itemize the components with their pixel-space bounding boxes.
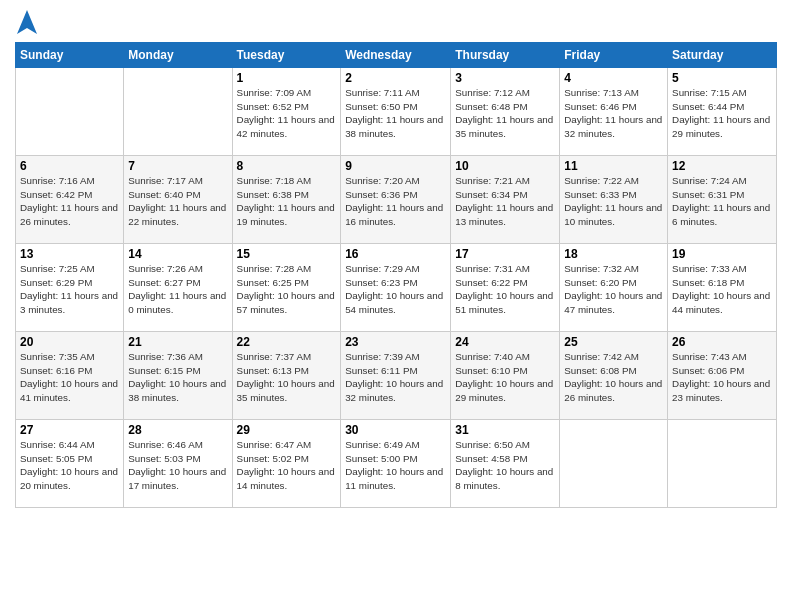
day-info: Sunrise: 6:47 AM Sunset: 5:02 PM Dayligh…	[237, 438, 337, 493]
week-row-3: 13Sunrise: 7:25 AM Sunset: 6:29 PM Dayli…	[16, 244, 777, 332]
calendar-cell: 31Sunrise: 6:50 AM Sunset: 4:58 PM Dayli…	[451, 420, 560, 508]
svg-marker-0	[17, 10, 37, 34]
day-info: Sunrise: 7:21 AM Sunset: 6:34 PM Dayligh…	[455, 174, 555, 229]
day-number: 25	[564, 335, 663, 349]
day-info: Sunrise: 6:44 AM Sunset: 5:05 PM Dayligh…	[20, 438, 119, 493]
day-number: 20	[20, 335, 119, 349]
calendar-cell: 16Sunrise: 7:29 AM Sunset: 6:23 PM Dayli…	[341, 244, 451, 332]
page: SundayMondayTuesdayWednesdayThursdayFrid…	[0, 0, 792, 612]
calendar-cell	[668, 420, 777, 508]
calendar-cell	[16, 68, 124, 156]
day-number: 23	[345, 335, 446, 349]
calendar-cell: 2Sunrise: 7:11 AM Sunset: 6:50 PM Daylig…	[341, 68, 451, 156]
calendar-cell: 23Sunrise: 7:39 AM Sunset: 6:11 PM Dayli…	[341, 332, 451, 420]
day-header-friday: Friday	[560, 43, 668, 68]
day-info: Sunrise: 7:29 AM Sunset: 6:23 PM Dayligh…	[345, 262, 446, 317]
day-number: 1	[237, 71, 337, 85]
day-header-sunday: Sunday	[16, 43, 124, 68]
day-number: 14	[128, 247, 227, 261]
day-info: Sunrise: 7:42 AM Sunset: 6:08 PM Dayligh…	[564, 350, 663, 405]
week-row-4: 20Sunrise: 7:35 AM Sunset: 6:16 PM Dayli…	[16, 332, 777, 420]
day-info: Sunrise: 7:37 AM Sunset: 6:13 PM Dayligh…	[237, 350, 337, 405]
calendar-cell: 11Sunrise: 7:22 AM Sunset: 6:33 PM Dayli…	[560, 156, 668, 244]
calendar-cell: 13Sunrise: 7:25 AM Sunset: 6:29 PM Dayli…	[16, 244, 124, 332]
day-number: 29	[237, 423, 337, 437]
day-info: Sunrise: 7:15 AM Sunset: 6:44 PM Dayligh…	[672, 86, 772, 141]
calendar-cell: 22Sunrise: 7:37 AM Sunset: 6:13 PM Dayli…	[232, 332, 341, 420]
calendar-cell: 8Sunrise: 7:18 AM Sunset: 6:38 PM Daylig…	[232, 156, 341, 244]
day-number: 21	[128, 335, 227, 349]
day-number: 16	[345, 247, 446, 261]
calendar-cell: 29Sunrise: 6:47 AM Sunset: 5:02 PM Dayli…	[232, 420, 341, 508]
day-info: Sunrise: 7:33 AM Sunset: 6:18 PM Dayligh…	[672, 262, 772, 317]
day-number: 26	[672, 335, 772, 349]
calendar-header: SundayMondayTuesdayWednesdayThursdayFrid…	[16, 43, 777, 68]
day-info: Sunrise: 7:09 AM Sunset: 6:52 PM Dayligh…	[237, 86, 337, 141]
day-info: Sunrise: 7:35 AM Sunset: 6:16 PM Dayligh…	[20, 350, 119, 405]
day-info: Sunrise: 7:22 AM Sunset: 6:33 PM Dayligh…	[564, 174, 663, 229]
day-header-thursday: Thursday	[451, 43, 560, 68]
day-number: 30	[345, 423, 446, 437]
week-row-1: 1Sunrise: 7:09 AM Sunset: 6:52 PM Daylig…	[16, 68, 777, 156]
calendar-cell: 18Sunrise: 7:32 AM Sunset: 6:20 PM Dayli…	[560, 244, 668, 332]
calendar-cell	[124, 68, 232, 156]
day-number: 17	[455, 247, 555, 261]
header-row: SundayMondayTuesdayWednesdayThursdayFrid…	[16, 43, 777, 68]
calendar-cell: 28Sunrise: 6:46 AM Sunset: 5:03 PM Dayli…	[124, 420, 232, 508]
calendar-cell: 9Sunrise: 7:20 AM Sunset: 6:36 PM Daylig…	[341, 156, 451, 244]
day-info: Sunrise: 7:25 AM Sunset: 6:29 PM Dayligh…	[20, 262, 119, 317]
calendar-cell: 7Sunrise: 7:17 AM Sunset: 6:40 PM Daylig…	[124, 156, 232, 244]
day-number: 18	[564, 247, 663, 261]
calendar-cell: 26Sunrise: 7:43 AM Sunset: 6:06 PM Dayli…	[668, 332, 777, 420]
day-info: Sunrise: 7:26 AM Sunset: 6:27 PM Dayligh…	[128, 262, 227, 317]
day-number: 5	[672, 71, 772, 85]
day-info: Sunrise: 6:46 AM Sunset: 5:03 PM Dayligh…	[128, 438, 227, 493]
day-number: 9	[345, 159, 446, 173]
calendar-cell: 20Sunrise: 7:35 AM Sunset: 6:16 PM Dayli…	[16, 332, 124, 420]
day-header-wednesday: Wednesday	[341, 43, 451, 68]
day-info: Sunrise: 7:16 AM Sunset: 6:42 PM Dayligh…	[20, 174, 119, 229]
day-number: 27	[20, 423, 119, 437]
day-header-tuesday: Tuesday	[232, 43, 341, 68]
calendar-cell: 30Sunrise: 6:49 AM Sunset: 5:00 PM Dayli…	[341, 420, 451, 508]
calendar-cell: 12Sunrise: 7:24 AM Sunset: 6:31 PM Dayli…	[668, 156, 777, 244]
day-info: Sunrise: 7:11 AM Sunset: 6:50 PM Dayligh…	[345, 86, 446, 141]
day-number: 19	[672, 247, 772, 261]
calendar-cell: 10Sunrise: 7:21 AM Sunset: 6:34 PM Dayli…	[451, 156, 560, 244]
logo-text	[15, 10, 37, 34]
day-number: 12	[672, 159, 772, 173]
calendar-cell: 5Sunrise: 7:15 AM Sunset: 6:44 PM Daylig…	[668, 68, 777, 156]
day-number: 11	[564, 159, 663, 173]
day-number: 8	[237, 159, 337, 173]
calendar-cell: 4Sunrise: 7:13 AM Sunset: 6:46 PM Daylig…	[560, 68, 668, 156]
day-info: Sunrise: 7:36 AM Sunset: 6:15 PM Dayligh…	[128, 350, 227, 405]
logo-bird-icon	[17, 10, 37, 34]
day-number: 15	[237, 247, 337, 261]
day-number: 28	[128, 423, 227, 437]
day-info: Sunrise: 7:39 AM Sunset: 6:11 PM Dayligh…	[345, 350, 446, 405]
calendar-cell: 14Sunrise: 7:26 AM Sunset: 6:27 PM Dayli…	[124, 244, 232, 332]
calendar-cell: 3Sunrise: 7:12 AM Sunset: 6:48 PM Daylig…	[451, 68, 560, 156]
calendar-cell: 21Sunrise: 7:36 AM Sunset: 6:15 PM Dayli…	[124, 332, 232, 420]
day-info: Sunrise: 7:17 AM Sunset: 6:40 PM Dayligh…	[128, 174, 227, 229]
calendar-cell: 17Sunrise: 7:31 AM Sunset: 6:22 PM Dayli…	[451, 244, 560, 332]
day-info: Sunrise: 7:13 AM Sunset: 6:46 PM Dayligh…	[564, 86, 663, 141]
calendar-cell: 25Sunrise: 7:42 AM Sunset: 6:08 PM Dayli…	[560, 332, 668, 420]
day-info: Sunrise: 7:20 AM Sunset: 6:36 PM Dayligh…	[345, 174, 446, 229]
day-number: 22	[237, 335, 337, 349]
calendar-cell: 15Sunrise: 7:28 AM Sunset: 6:25 PM Dayli…	[232, 244, 341, 332]
day-info: Sunrise: 6:50 AM Sunset: 4:58 PM Dayligh…	[455, 438, 555, 493]
day-header-monday: Monday	[124, 43, 232, 68]
header	[15, 10, 777, 34]
day-info: Sunrise: 7:28 AM Sunset: 6:25 PM Dayligh…	[237, 262, 337, 317]
day-info: Sunrise: 7:31 AM Sunset: 6:22 PM Dayligh…	[455, 262, 555, 317]
day-number: 7	[128, 159, 227, 173]
day-info: Sunrise: 7:12 AM Sunset: 6:48 PM Dayligh…	[455, 86, 555, 141]
calendar-cell: 24Sunrise: 7:40 AM Sunset: 6:10 PM Dayli…	[451, 332, 560, 420]
calendar-table: SundayMondayTuesdayWednesdayThursdayFrid…	[15, 42, 777, 508]
calendar-cell: 27Sunrise: 6:44 AM Sunset: 5:05 PM Dayli…	[16, 420, 124, 508]
calendar-cell	[560, 420, 668, 508]
day-number: 13	[20, 247, 119, 261]
calendar-cell: 6Sunrise: 7:16 AM Sunset: 6:42 PM Daylig…	[16, 156, 124, 244]
day-number: 2	[345, 71, 446, 85]
